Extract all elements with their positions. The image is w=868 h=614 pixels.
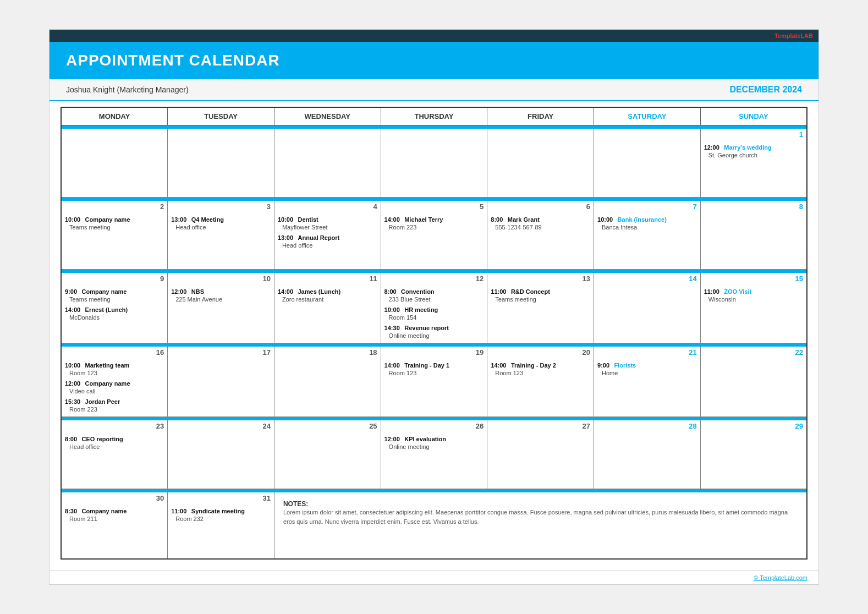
- event-title: Mark Grant: [508, 216, 540, 223]
- day-cell-1-2: 4 10:00 Dentist Mayflower Street 13:00 A…: [274, 201, 381, 270]
- event-title: KPI evaluation: [404, 436, 446, 442]
- page-title: APPOINTMENT CALENDAR: [66, 52, 802, 69]
- event-item: 11:00 ZOO Visit Wisconsin: [704, 286, 803, 303]
- event-time: 10:00: [278, 216, 293, 223]
- day-content-1: 12:00 Marry's wedding St. George church: [701, 140, 806, 195]
- day-cell-0-5: [594, 129, 701, 198]
- day-content-14: [594, 284, 700, 339]
- day-content-21: 9:00 Florists Home: [594, 358, 700, 413]
- event-location: Wisconsin: [704, 296, 803, 303]
- event-title: Convention: [401, 288, 435, 295]
- event-title: Company name: [85, 216, 130, 223]
- day-cell-2-5: 14: [594, 273, 701, 343]
- event-location: Online meeting: [384, 443, 484, 450]
- event-location: Room 154: [384, 314, 484, 321]
- day-cell-3-2: 18: [274, 347, 381, 417]
- day-cell-1-5: 7 10:00 Bank (insurance) Banca Intesa: [594, 201, 701, 270]
- day-content-11: 14:00 James (Lunch) Zoro restaurant: [274, 284, 381, 339]
- day-cell-2-0: 9 9:00 Company name Teams meeting 14:00 …: [61, 273, 168, 343]
- day-cell-4-3: 26 12:00 KPI evaluation Online meeting: [381, 420, 487, 489]
- day-content-9: 9:00 Company name Teams meeting 14:00 Er…: [62, 284, 167, 339]
- logo-lab: LAB: [800, 32, 813, 39]
- event-title: Marry's wedding: [724, 144, 771, 151]
- col-wednesday: WEDNESDAY: [274, 107, 381, 125]
- event-item: 13:00 Annual Report Head office: [278, 232, 377, 249]
- day-number-21: 21: [594, 347, 700, 358]
- day-number-16: 16: [62, 347, 167, 358]
- notes-cell: NOTES:Lorem ipsum dolor sit amet, consec…: [274, 492, 807, 560]
- event-time: 12:00: [704, 144, 719, 151]
- page: TemplateLAB APPOINTMENT CALENDAR Joshua …: [49, 29, 819, 585]
- day-content-28: [594, 431, 700, 486]
- col-thursday: THURSDAY: [381, 107, 487, 125]
- day-content-20: 14:00 Training - Day 2 Room 123: [487, 358, 594, 413]
- week-row-5: 30 8:30 Company name Room 211 31 11:00 S…: [61, 492, 807, 560]
- day-number-27: 27: [487, 420, 594, 431]
- event-time: 14:00: [384, 216, 400, 223]
- event-item: 12:00 NBS 225 Main Avenue: [171, 286, 271, 303]
- day-content-26: 12:00 KPI evaluation Online meeting: [381, 431, 487, 486]
- event-time: 13:00: [171, 216, 186, 223]
- day-number-28: 28: [594, 420, 700, 431]
- week-row-1: 2 10:00 Company name Teams meeting 3 13:…: [61, 201, 807, 270]
- day-content-17: [168, 358, 274, 413]
- day-cell-3-6: 22: [700, 347, 807, 417]
- day-number-25: 25: [274, 420, 381, 431]
- event-title: Bank (insurance): [618, 216, 667, 223]
- calendar-container: MONDAY TUESDAY WEDNESDAY THURSDAY FRIDAY…: [50, 101, 818, 571]
- event-title: Dentist: [298, 216, 318, 223]
- event-item: 14:00 Training - Day 1 Room 123: [384, 360, 484, 376]
- event-location: 555-1234-567-89: [491, 224, 590, 231]
- day-cell-2-2: 11 14:00 James (Lunch) Zoro restaurant: [274, 273, 381, 343]
- day-cell-0-0: [61, 129, 168, 198]
- day-number-29: 29: [701, 420, 806, 431]
- event-location: Banca Intesa: [597, 224, 697, 231]
- event-title: Syndicate meeting: [191, 508, 245, 514]
- day-cell-3-0: 16 10:00 Marketing team Room 123 12:00 C…: [61, 347, 168, 417]
- calendar-table: MONDAY TUESDAY WEDNESDAY THURSDAY FRIDAY…: [61, 107, 807, 560]
- event-time: 14:00: [278, 288, 293, 295]
- footer: © TemplateLab.com: [50, 571, 818, 584]
- event-title: ZOO Visit: [724, 288, 751, 295]
- event-item: 10:00 Company name Teams meeting: [65, 214, 164, 231]
- event-location: Room 232: [171, 516, 271, 522]
- day-cell-0-3: [381, 129, 487, 198]
- day-number-17: 17: [168, 347, 274, 358]
- day-content-4: 10:00 Dentist Mayflower Street 13:00 Ann…: [274, 212, 381, 267]
- day-number-23: 23: [62, 420, 167, 431]
- week-row-2: 9 9:00 Company name Teams meeting 14:00 …: [61, 273, 807, 343]
- day-number-14: 14: [594, 273, 700, 284]
- day-content-8: [701, 212, 806, 267]
- event-time: 11:00: [171, 508, 186, 514]
- day-cell-4-5: 28: [594, 420, 701, 489]
- event-item: 12:00 Marry's wedding St. George church: [704, 142, 803, 158]
- col-friday: FRIDAY: [487, 107, 594, 125]
- event-title: NBS: [191, 288, 204, 295]
- event-item: 10:00 HR meeting Room 154: [384, 304, 484, 321]
- event-time: 10:00: [65, 216, 80, 223]
- day-content-31: 11:00 Syndicate meeting Room 232: [168, 503, 274, 558]
- week-row-4: 23 8:00 CEO reporting Head office 242526…: [61, 420, 807, 489]
- title-section: APPOINTMENT CALENDAR: [50, 42, 818, 79]
- day-cell-4-1: 24: [168, 420, 274, 489]
- event-item: 10:00 Marketing team Room 123: [65, 360, 164, 376]
- event-location: Video call: [65, 388, 164, 394]
- event-time: 8:00: [384, 288, 397, 295]
- event-title: Company name: [81, 288, 127, 295]
- event-location: Room 223: [65, 406, 164, 413]
- event-item: 10:00 Bank (insurance) Banca Intesa: [597, 214, 697, 231]
- day-cell-3-1: 17: [168, 347, 274, 417]
- event-time: 15:30: [65, 398, 80, 405]
- day-cell-2-6: 15 11:00 ZOO Visit Wisconsin: [700, 273, 807, 343]
- event-time: 9:00: [65, 288, 77, 295]
- event-item: 11:00 R&D Concept Teams meeting: [491, 286, 590, 303]
- event-time: 8:30: [65, 508, 77, 514]
- event-location: St. George church: [704, 152, 803, 158]
- event-time: 14:00: [384, 362, 400, 369]
- event-time: 8:00: [65, 436, 77, 442]
- event-time: 14:30: [384, 325, 400, 331]
- footer-link[interactable]: © TemplateLab.com: [754, 574, 807, 581]
- event-time: 11:00: [704, 288, 719, 295]
- event-time: 12:00: [171, 288, 186, 295]
- event-item: 9:00 Florists Home: [597, 360, 697, 376]
